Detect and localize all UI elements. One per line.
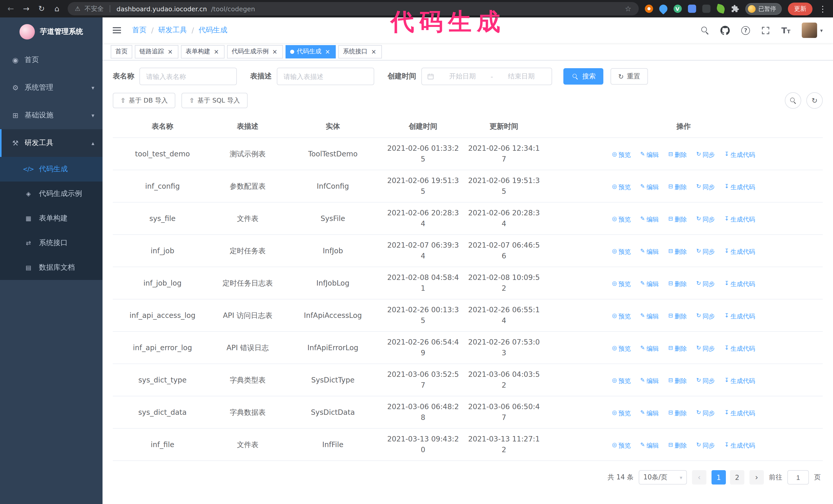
sidebar-menu-item[interactable]: ⚒ 研发工具 ▾ ▴ (0, 129, 102, 157)
browser-home-icon[interactable]: ⌂ (52, 4, 62, 13)
preview-link[interactable]: ◎预览 (612, 150, 631, 159)
preview-link[interactable]: ◎预览 (612, 376, 631, 385)
extensions-puzzle-icon[interactable] (731, 5, 739, 13)
edit-link[interactable]: ✎编辑 (640, 441, 659, 450)
preview-link[interactable]: ◎预览 (612, 344, 631, 353)
sidebar-menu-item[interactable]: ⚙ 系统管理 ▾ ▴ (0, 74, 102, 101)
sync-link[interactable]: ↻同步 (696, 247, 715, 256)
delete-link[interactable]: ⊟删除 (668, 441, 687, 450)
tab-close-icon[interactable]: × (167, 48, 174, 55)
edit-link[interactable]: ✎编辑 (640, 344, 659, 353)
delete-link[interactable]: ⊟删除 (668, 150, 687, 159)
edit-link[interactable]: ✎编辑 (640, 182, 659, 192)
sync-link[interactable]: ↻同步 (696, 408, 715, 417)
next-page-button[interactable]: › (749, 470, 764, 484)
page-number-button[interactable]: 2 (730, 470, 744, 484)
delete-link[interactable]: ⊟删除 (668, 344, 687, 353)
tab[interactable]: 链路追踪 × (135, 45, 178, 58)
search-button[interactable]: 搜索 (563, 68, 603, 85)
goto-page-input[interactable] (787, 470, 809, 484)
preview-link[interactable]: ◎预览 (612, 441, 631, 450)
refresh-table-button[interactable]: ↻ (806, 92, 823, 109)
browser-refresh-icon[interactable]: ↻ (37, 4, 46, 13)
sync-link[interactable]: ↻同步 (696, 441, 715, 450)
preview-link[interactable]: ◎预览 (612, 182, 631, 192)
sidebar-submenu-item[interactable]: ▦ 表单构建 (0, 206, 102, 231)
generate-code-link[interactable]: ↧生成代码 (724, 279, 755, 288)
edit-link[interactable]: ✎编辑 (640, 408, 659, 417)
generate-code-link[interactable]: ↧生成代码 (724, 182, 755, 192)
tab-close-icon[interactable]: × (213, 48, 220, 55)
header-search-icon[interactable] (701, 26, 709, 34)
tab-close-icon[interactable]: × (370, 48, 377, 55)
preview-link[interactable]: ◎预览 (612, 279, 631, 288)
extension-drop-icon[interactable] (657, 3, 669, 14)
sidebar-submenu-item[interactable]: ▤ 数据库文档 (0, 255, 102, 280)
page-size-select[interactable]: 10条/页 ▾ (639, 470, 687, 484)
sync-link[interactable]: ↻同步 (696, 311, 715, 321)
breadcrumb-devtools[interactable]: 研发工具 (158, 26, 187, 35)
delete-link[interactable]: ⊟删除 (668, 247, 687, 256)
help-icon[interactable]: ? (741, 26, 750, 34)
edit-link[interactable]: ✎编辑 (640, 215, 659, 224)
delete-link[interactable]: ⊟删除 (668, 376, 687, 385)
app-logo[interactable]: 芋道管理系统 (0, 18, 102, 46)
sync-link[interactable]: ↻同步 (696, 279, 715, 288)
edit-link[interactable]: ✎编辑 (640, 247, 659, 256)
sidebar-submenu-item[interactable]: ◈ 代码生成示例 (0, 182, 102, 206)
extension-blue-icon[interactable] (688, 5, 696, 13)
edit-link[interactable]: ✎编辑 (640, 311, 659, 321)
sidebar-menu-item[interactable]: ⊞ 基础设施 ▾ ▴ (0, 101, 102, 129)
edit-link[interactable]: ✎编辑 (640, 376, 659, 385)
profile-paused-badge[interactable]: 已暂停 (745, 3, 782, 15)
generate-code-link[interactable]: ↧生成代码 (724, 215, 755, 224)
tab[interactable]: 系统接口 × (338, 45, 382, 58)
sidebar-toggle-icon[interactable] (113, 25, 123, 35)
browser-back-icon[interactable]: ← (6, 4, 15, 13)
edit-link[interactable]: ✎编辑 (640, 279, 659, 288)
toggle-search-button[interactable] (785, 92, 801, 109)
sync-link[interactable]: ↻同步 (696, 150, 715, 159)
sidebar-menu-item[interactable]: ◉ 首页 ▾ ▴ (0, 46, 102, 74)
preview-link[interactable]: ◎预览 (612, 247, 631, 256)
tab[interactable]: 代码生成 × (286, 45, 336, 58)
extension-dark-icon[interactable] (702, 5, 710, 13)
chrome-update-button[interactable]: 更新 (788, 2, 812, 15)
date-range-picker[interactable]: 开始日期 - 结束日期 (421, 68, 552, 85)
extension-orange-icon[interactable] (645, 5, 653, 13)
sync-link[interactable]: ↻同步 (696, 376, 715, 385)
table-desc-input[interactable] (277, 68, 374, 85)
tab-close-icon[interactable]: × (271, 48, 278, 55)
generate-code-link[interactable]: ↧生成代码 (724, 344, 755, 353)
table-name-input[interactable] (139, 68, 237, 85)
sync-link[interactable]: ↻同步 (696, 344, 715, 353)
import-sql-button[interactable]: ⇧ 基于 SQL 导入 (182, 93, 247, 108)
generate-code-link[interactable]: ↧生成代码 (724, 150, 755, 159)
import-db-button[interactable]: ⇧ 基于 DB 导入 (113, 93, 175, 108)
delete-link[interactable]: ⊟删除 (668, 279, 687, 288)
delete-link[interactable]: ⊟删除 (668, 408, 687, 417)
sync-link[interactable]: ↻同步 (696, 215, 715, 224)
generate-code-link[interactable]: ↧生成代码 (724, 441, 755, 450)
tab[interactable]: 表单构建 × (181, 45, 224, 58)
tab[interactable]: 首页 × (111, 45, 132, 58)
generate-code-link[interactable]: ↧生成代码 (724, 376, 755, 385)
user-avatar[interactable]: ▾ (802, 23, 823, 38)
github-icon[interactable] (720, 25, 730, 35)
generate-code-link[interactable]: ↧生成代码 (724, 408, 755, 417)
page-number-button[interactable]: 1 (712, 470, 726, 484)
date-start-input[interactable]: 开始日期 (437, 72, 487, 81)
vue-devtools-icon[interactable]: V (673, 5, 682, 13)
browser-menu-icon[interactable]: ⋮ (819, 4, 827, 14)
sidebar-submenu-item[interactable]: ⇄ 系统接口 (0, 231, 102, 255)
breadcrumb-home[interactable]: 首页 (132, 26, 147, 35)
sync-link[interactable]: ↻同步 (696, 182, 715, 192)
address-bar[interactable]: ⚠ 不安全 dashboard.yudao.iocoder.cn/tool/co… (68, 2, 639, 16)
tab[interactable]: 代码生成示例 × (227, 45, 283, 58)
delete-link[interactable]: ⊟删除 (668, 215, 687, 224)
preview-link[interactable]: ◎预览 (612, 311, 631, 321)
delete-link[interactable]: ⊟删除 (668, 311, 687, 321)
preview-link[interactable]: ◎预览 (612, 408, 631, 417)
date-end-input[interactable]: 结束日期 (496, 72, 546, 81)
tab-close-icon[interactable]: × (324, 48, 331, 55)
